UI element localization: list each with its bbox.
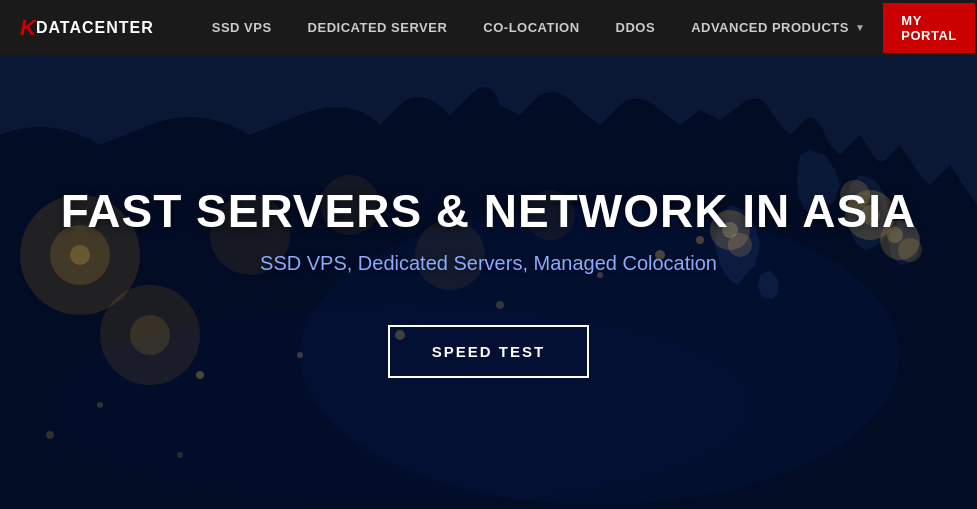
hero-content: FAST SERVERS & NETWORK IN ASIA SSD VPS, … [41,166,937,399]
nav-advanced-products[interactable]: ADVANCED PRODUCTS ▼ [673,0,883,55]
nav-dedicated-server[interactable]: DEDICATED SERVER [290,0,466,55]
my-portal-button[interactable]: MY PORTAL [883,3,974,53]
logo-text: DATACENTER [36,19,154,37]
nav-ssd-vps[interactable]: SSD VPS [194,0,290,55]
hero-subtitle: SSD VPS, Dedicated Servers, Managed Colo… [61,252,917,275]
nav-links: SSD VPS DEDICATED SERVER CO-LOCATION DDO… [194,0,884,55]
speed-test-button[interactable]: SPEED TEST [388,325,589,378]
navbar: K DATACENTER SSD VPS DEDICATED SERVER CO… [0,0,977,55]
nav-co-location[interactable]: CO-LOCATION [465,0,597,55]
nav-ddos[interactable]: DDOS [598,0,674,55]
logo-k: K [20,15,36,41]
hero-section: FAST SERVERS & NETWORK IN ASIA SSD VPS, … [0,55,977,509]
logo[interactable]: K DATACENTER [20,15,154,41]
hero-title: FAST SERVERS & NETWORK IN ASIA [61,186,917,237]
chevron-down-icon: ▼ [855,22,865,33]
svg-point-27 [46,431,54,439]
